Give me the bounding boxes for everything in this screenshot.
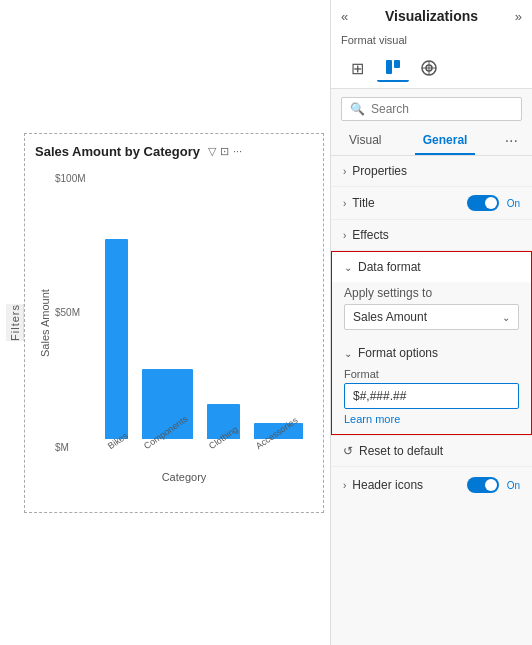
format-input[interactable] — [344, 383, 519, 409]
section-list: › Properties › Title On › Effects ⌄ Data… — [331, 156, 532, 645]
filter-icon[interactable]: ▽ — [208, 145, 216, 158]
effects-chevron: › — [343, 230, 346, 241]
tab-more-icon[interactable]: ··· — [501, 128, 522, 154]
tabs-row: Visual General ··· — [331, 127, 532, 156]
header-icons-chevron: › — [343, 480, 346, 491]
chart-title-row: Sales Amount by Category ▽ ⊡ ··· — [35, 144, 313, 159]
format-options-label: Format options — [358, 346, 519, 360]
tab-visual[interactable]: Visual — [341, 127, 389, 155]
title-chevron: › — [343, 198, 346, 209]
format-field-label: Format — [344, 368, 519, 380]
title-toggle-label: On — [507, 198, 520, 209]
properties-section[interactable]: › Properties — [331, 156, 532, 187]
tab-general[interactable]: General — [415, 127, 476, 155]
search-box[interactable]: 🔍 — [341, 97, 522, 121]
header-icons-toggle-label: On — [507, 480, 520, 491]
learn-more-link[interactable]: Learn more — [344, 413, 400, 425]
bar-group-clothing: Clothing — [207, 404, 240, 453]
properties-chevron: › — [343, 166, 346, 177]
header-icons-label: Header icons — [352, 478, 466, 492]
title-section[interactable]: › Title On — [331, 187, 532, 220]
chart-title: Sales Amount by Category — [35, 144, 200, 159]
format-options-chevron: ⌄ — [344, 348, 352, 359]
filters-tab[interactable]: Filters — [6, 304, 24, 341]
dropdown-value: Sales Amount — [353, 310, 427, 324]
apply-settings-area: Apply settings to Sales Amount ⌄ — [332, 282, 531, 338]
panel-header: « Visualizations » — [331, 0, 532, 32]
title-toggle-group: On — [467, 195, 520, 211]
bars-area: Bikes Components Clothing Accessories — [95, 173, 313, 453]
viz-tabs: ⊞ — [331, 50, 532, 89]
svg-rect-0 — [386, 60, 392, 74]
reset-row[interactable]: ↺ Reset to default — [331, 435, 532, 467]
bar-bikes — [105, 239, 128, 439]
filters-label: Filters — [9, 304, 21, 341]
y-tick-100m: $100M — [55, 173, 86, 184]
more-options-icon[interactable]: ··· — [233, 145, 242, 158]
dropdown-arrow-icon: ⌄ — [502, 312, 510, 323]
analytics-tab-icon[interactable] — [413, 54, 445, 82]
right-panel: « Visualizations » Format visual ⊞ 🔍 — [330, 0, 532, 645]
chart-container: Sales Amount by Category ▽ ⊡ ··· Sales A… — [24, 133, 324, 513]
data-format-chevron: ⌄ — [344, 262, 352, 273]
format-visual-label: Format visual — [331, 32, 532, 50]
data-format-label: Data format — [358, 260, 519, 274]
format-options-header[interactable]: ⌄ Format options — [332, 338, 531, 364]
format-options-body: Format Learn more — [332, 364, 531, 434]
header-icons-toggle[interactable] — [467, 477, 499, 493]
chart-area: Filters Sales Amount by Category ▽ ⊡ ···… — [0, 0, 330, 645]
y-axis-label: Sales Amount — [35, 163, 55, 483]
collapse-icon[interactable]: « — [341, 9, 348, 24]
title-toggle[interactable] — [467, 195, 499, 211]
y-tick-50m: $50M — [55, 307, 86, 318]
properties-label: Properties — [352, 164, 520, 178]
chart-title-icons: ▽ ⊡ ··· — [208, 145, 242, 158]
data-format-header[interactable]: ⌄ Data format — [332, 252, 531, 282]
search-icon: 🔍 — [350, 102, 365, 116]
reset-label: Reset to default — [359, 444, 443, 458]
y-tick-0m: $M — [55, 442, 86, 453]
expand-icon[interactable]: ⊡ — [220, 145, 229, 158]
x-axis-label: Category — [55, 471, 313, 483]
bar-group-components: Components — [142, 369, 193, 453]
chart-plot: $100M $50M $M Bikes Components C — [55, 163, 313, 483]
format-tab-icon[interactable] — [377, 54, 409, 82]
panel-title: Visualizations — [385, 8, 478, 24]
expand-icon[interactable]: » — [515, 9, 522, 24]
header-icons-toggle-group: On — [467, 477, 520, 493]
sales-amount-dropdown[interactable]: Sales Amount ⌄ — [344, 304, 519, 330]
y-ticks: $100M $50M $M — [55, 163, 86, 483]
chart-inner: Sales Amount $100M $50M $M Bikes Compone… — [35, 163, 313, 483]
apply-settings-label: Apply settings to — [344, 286, 519, 300]
effects-section[interactable]: › Effects — [331, 220, 532, 251]
title-label: Title — [352, 196, 466, 210]
bar-group-bikes: Bikes — [105, 239, 128, 453]
search-input[interactable] — [371, 102, 513, 116]
fields-tab-icon[interactable]: ⊞ — [341, 54, 373, 82]
bar-group-accessories: Accessories — [254, 423, 303, 453]
data-format-section: ⌄ Data format Apply settings to Sales Am… — [331, 251, 532, 435]
effects-label: Effects — [352, 228, 520, 242]
reset-icon: ↺ — [343, 444, 353, 458]
header-icons-row[interactable]: › Header icons On — [331, 467, 532, 503]
svg-rect-1 — [394, 60, 400, 68]
